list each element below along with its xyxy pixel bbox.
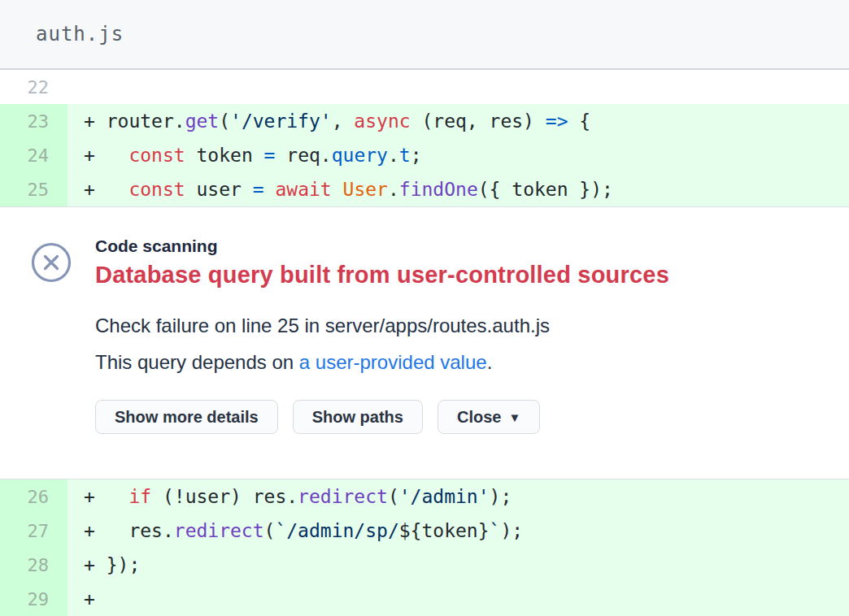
line-number[interactable]: 29	[0, 582, 67, 616]
file-name: auth.js	[36, 23, 124, 46]
diff-row: 28+ });	[0, 548, 849, 582]
code-line: + router.get('/verify', async (req, res)…	[67, 104, 849, 138]
diff-block-top: 2223+ router.get('/verify', async (req, …	[0, 70, 849, 207]
alert-content: Code scanning Database query built from …	[95, 236, 669, 434]
diff-row: 22	[0, 70, 849, 104]
code-line: + if (!user) res.redirect('/admin');	[67, 479, 849, 514]
code-line: +	[67, 582, 849, 616]
line-number[interactable]: 27	[0, 514, 67, 548]
code-scanning-alert: Code scanning Database query built from …	[0, 207, 849, 479]
close-button[interactable]: Close ▼	[438, 400, 540, 434]
code-line: + const token = req.query.t;	[67, 138, 849, 172]
line-number[interactable]: 24	[0, 138, 67, 172]
alert-description-prefix: This query depends on	[95, 351, 299, 373]
line-number[interactable]: 23	[0, 104, 67, 138]
alert-description-suffix: .	[487, 351, 493, 373]
line-number[interactable]: 25	[0, 172, 67, 206]
alert-title: Database query built from user-controlle…	[95, 262, 669, 288]
diff-row: 23+ router.get('/verify', async (req, re…	[0, 104, 849, 138]
dropdown-caret-icon: ▼	[508, 411, 520, 423]
show-paths-button[interactable]: Show paths	[293, 400, 423, 434]
diff-row: 24+ const token = req.query.t;	[0, 138, 849, 172]
line-number[interactable]: 22	[0, 70, 67, 104]
diff-row: 29+	[0, 582, 849, 616]
code-line: + });	[67, 548, 849, 582]
alert-check-failure-text: Check failure on line 25 in server/apps/…	[95, 313, 669, 339]
diff-row: 27+ res.redirect(`/admin/sp/${token}`);	[0, 514, 849, 548]
alert-description: This query depends on a user-provided va…	[95, 349, 669, 375]
alert-actions: Show more details Show paths Close ▼	[95, 400, 669, 434]
line-number[interactable]: 28	[0, 548, 67, 582]
user-provided-value-link[interactable]: a user-provided value	[299, 351, 487, 373]
diff-row: 25+ const user = await User.findOne({ to…	[0, 172, 849, 206]
code-line	[67, 70, 849, 104]
line-number[interactable]: 26	[0, 479, 67, 514]
code-line: + const user = await User.findOne({ toke…	[67, 172, 849, 206]
diff-row: 26+ if (!user) res.redirect('/admin');	[0, 479, 849, 514]
file-header: auth.js	[0, 0, 849, 70]
diff-block-bottom: 26+ if (!user) res.redirect('/admin');27…	[0, 479, 849, 616]
code-line: + res.redirect(`/admin/sp/${token}`);	[67, 514, 849, 548]
show-more-details-button[interactable]: Show more details	[95, 400, 278, 434]
alert-tool-name: Code scanning	[95, 236, 669, 256]
x-circle-icon	[31, 242, 72, 286]
